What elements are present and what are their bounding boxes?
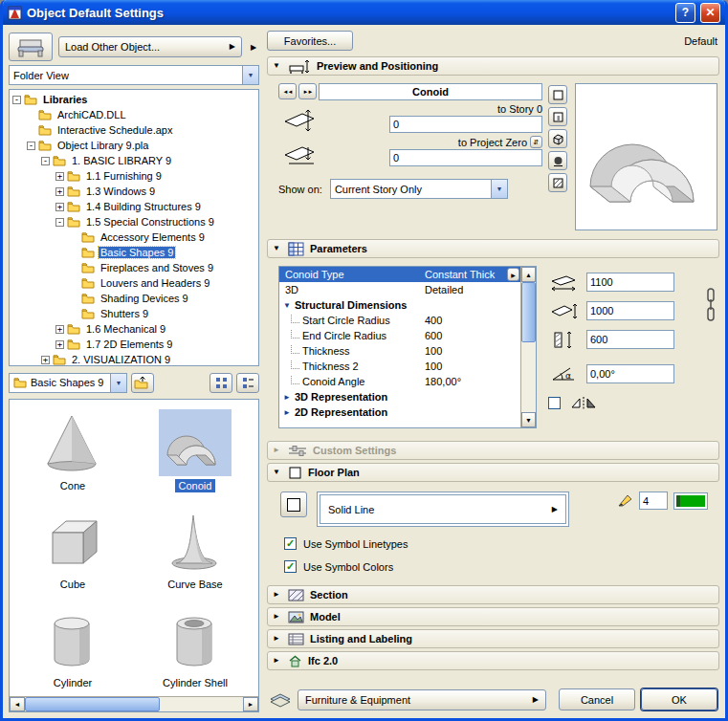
tree-expander-icon[interactable]: + <box>55 340 64 349</box>
list-view-button[interactable] <box>236 373 259 393</box>
layer-button[interactable]: Furniture & Equipment ▶ <box>298 689 546 710</box>
ok-button[interactable]: OK <box>641 688 717 710</box>
parameter-value[interactable]: 100 <box>425 360 520 372</box>
scrollbar-thumb[interactable] <box>521 282 536 342</box>
tree-item[interactable]: +1.6 Mechanical 9 <box>10 321 258 337</box>
parameter-value[interactable]: 600 <box>425 330 520 341</box>
current-folder-combo[interactable]: Basic Shapes 9 ▼ <box>9 373 127 393</box>
link-chain-icon[interactable] <box>704 287 717 325</box>
scrollbar-track[interactable] <box>25 697 243 711</box>
pen-number-input[interactable] <box>639 492 668 510</box>
tree-item[interactable]: Louvers and Headers 9 <box>10 275 258 291</box>
collapse-triangle-icon[interactable]: ► <box>273 591 282 599</box>
tree-item[interactable]: +2. VISUALIZATION 9 <box>10 352 258 366</box>
tree-item-label[interactable]: 1.6 Mechanical 9 <box>84 323 167 335</box>
rotation-angle-input[interactable] <box>586 364 674 383</box>
folder-view-combo[interactable]: Folder View ▼ <box>9 65 259 85</box>
horizontal-scrollbar[interactable]: ◄ ► <box>10 696 258 711</box>
tree-item[interactable]: Basic Shapes 9 <box>10 245 258 260</box>
titlebar[interactable]: Object Default Settings ? ✕ <box>3 0 725 25</box>
object-grid-item[interactable]: Cylinder Shell <box>134 606 256 689</box>
tree-item[interactable]: +1.4 Building Structures 9 <box>10 199 258 214</box>
tree-expander-icon[interactable]: - <box>12 96 21 104</box>
scroll-right-button[interactable]: ► <box>243 697 258 711</box>
tree-item-label[interactable]: Object Library 9.pla <box>55 140 150 151</box>
collapse-triangle-icon[interactable]: ► <box>273 657 282 665</box>
tree-item-label[interactable]: 1. BASIC LIBRARY 9 <box>70 155 173 166</box>
tree-item-label[interactable]: Basic Shapes 9 <box>99 247 175 258</box>
preview-positioning-header[interactable]: ▼ Preview and Positioning <box>267 56 719 76</box>
parameters-header[interactable]: ▼ Parameters <box>267 239 719 258</box>
tree-expander-icon[interactable]: - <box>55 218 64 227</box>
tree-item-label[interactable]: Shutters 9 <box>99 308 150 319</box>
tree-item[interactable]: -Libraries <box>10 92 258 107</box>
object-grid-item[interactable]: Cone <box>11 409 134 492</box>
parameter-row[interactable]: Conoid TypeConstant Thick▶ <box>279 267 520 282</box>
tree-item-label[interactable]: 1.1 Furnishing 9 <box>84 170 164 182</box>
tree-item[interactable]: Shading Devices 9 <box>10 291 258 306</box>
object-grid-item[interactable]: Cylinder <box>11 606 134 689</box>
tree-item[interactable]: +1.3 Windows 9 <box>10 184 258 199</box>
preview-shaded-button[interactable] <box>548 151 567 170</box>
parameter-group-triangle-icon[interactable]: ► <box>279 393 295 402</box>
tree-item[interactable]: ArchiCAD.DLL <box>10 107 258 122</box>
left-panel-flyout-button[interactable]: ▶ <box>248 37 259 56</box>
next-object-button[interactable]: ►► <box>298 83 317 99</box>
to-project-zero-input[interactable] <box>389 149 542 166</box>
section-header-ifc[interactable]: ►Ifc 2.0 <box>267 651 719 670</box>
parameter-row[interactable]: ►3D Representation <box>279 389 520 404</box>
dimension-a-input[interactable] <box>586 273 674 292</box>
up-one-level-button[interactable] <box>131 373 154 393</box>
preview-3d-view-button[interactable] <box>548 129 567 148</box>
tree-item[interactable]: +1.1 Furnishing 9 <box>10 168 258 184</box>
tree-item-label[interactable]: Louvers and Headers 9 <box>99 277 211 289</box>
tree-item[interactable]: Fireplaces and Stoves 9 <box>10 260 258 275</box>
show-on-combo[interactable]: Current Story Only ▼ <box>330 179 508 199</box>
preview-elevation-button[interactable] <box>548 107 567 126</box>
parameter-row[interactable]: 3DDetailed <box>279 282 520 297</box>
to-story-input[interactable] <box>389 116 542 133</box>
object-grid-item[interactable]: Cube <box>11 508 134 591</box>
object-grid-item[interactable]: Conoid <box>134 409 256 492</box>
favorites-button[interactable]: Favorites... <box>267 31 353 51</box>
parameter-row[interactable]: ▼Structural Dimensions <box>279 297 520 313</box>
collapse-triangle-icon[interactable]: ▼ <box>273 469 282 476</box>
tree-item[interactable]: -1. BASIC LIBRARY 9 <box>10 153 258 168</box>
tree-expander-icon[interactable]: + <box>41 356 50 364</box>
parameter-row[interactable]: Thickness 2100 <box>279 359 520 374</box>
object-grid-item[interactable]: Curve Base <box>134 508 256 591</box>
parameter-group-triangle-icon[interactable]: ▼ <box>279 301 295 310</box>
tree-expander-icon[interactable]: - <box>27 142 35 150</box>
use-symbol-linetypes-checkbox[interactable]: ✓ <box>284 537 297 550</box>
combo-arrow-icon[interactable]: ▼ <box>491 180 507 198</box>
parameter-row[interactable]: Thickness100 <box>279 343 520 359</box>
collapse-triangle-icon[interactable]: ► <box>273 613 282 621</box>
combo-arrow-icon[interactable]: ▼ <box>110 374 126 392</box>
pen-color-button[interactable] <box>673 492 708 510</box>
linetype-sample-button[interactable] <box>280 492 307 517</box>
parameter-row[interactable]: End Circle Radius600 <box>279 328 520 343</box>
section-header-model[interactable]: ►Model <box>267 607 719 626</box>
tree-item-label[interactable]: 2. VISUALIZATION 9 <box>70 354 172 365</box>
dimension-b-input[interactable] <box>586 301 674 320</box>
section-header-listing[interactable]: ►Listing and Labeling <box>267 629 719 648</box>
collapse-triangle-icon[interactable]: ▼ <box>273 62 282 70</box>
object-3d-preview[interactable] <box>575 83 717 230</box>
scroll-down-button[interactable]: ▼ <box>521 412 536 427</box>
parameter-row[interactable]: Start Circle Radius400 <box>279 313 520 328</box>
tree-item[interactable]: Shutters 9 <box>10 306 258 321</box>
parameter-value[interactable]: 400 <box>425 315 520 326</box>
tree-item[interactable]: Accessory Elements 9 <box>10 229 258 245</box>
close-button[interactable]: ✕ <box>700 3 720 23</box>
cancel-button[interactable]: Cancel <box>559 688 635 710</box>
object-tool-button[interactable] <box>9 33 53 61</box>
parameter-value[interactable]: 100 <box>425 345 520 357</box>
parameter-group-triangle-icon[interactable]: ► <box>279 408 295 417</box>
vertical-scrollbar[interactable]: ▲ ▼ <box>520 267 536 427</box>
tree-item[interactable]: -1.5 Special Constructions 9 <box>10 214 258 229</box>
tree-item-label[interactable]: Libraries <box>41 94 89 105</box>
combo-arrow-icon[interactable]: ▼ <box>242 66 258 84</box>
parameter-row[interactable]: Conoid Angle180,00° <box>279 374 520 389</box>
tree-item-label[interactable]: ArchiCAD.DLL <box>55 109 128 120</box>
tree-item-label[interactable]: Interactive Schedule.apx <box>55 124 174 136</box>
